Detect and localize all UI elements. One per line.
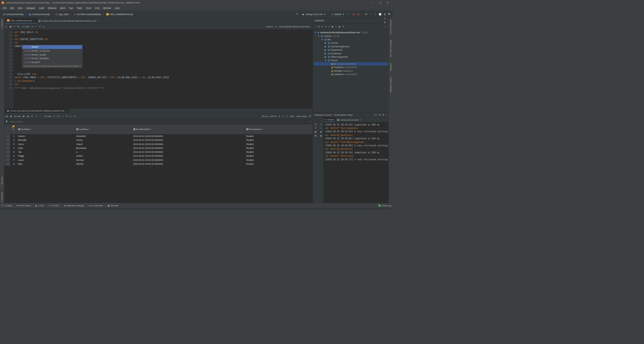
tx-mode-dropdown[interactable]: Tx: Auto — [22, 25, 30, 28]
completion-item[interactable]: CONSTRAINT_NAME — [22, 53, 82, 57]
services-icon[interactable]: ▦ — [315, 131, 317, 133]
console-tab-output[interactable]: ▸ Output — [324, 117, 336, 122]
filter-icon[interactable]: ≋ — [325, 25, 327, 28]
run-config-dropdown[interactable]: ▶ Debug | Any CPU ▾ — [300, 12, 328, 16]
menu-window[interactable]: Window — [101, 6, 113, 10]
status-position[interactable]: 17:6 — [326, 209, 330, 210]
export-format-dropdown[interactable]: Tab-se...d (TSV) — [261, 115, 277, 117]
execute-button[interactable]: ▶ — [6, 25, 7, 28]
debug-button[interactable]: 🐞 — [352, 12, 356, 16]
status-eol[interactable]: CRLF — [333, 209, 338, 210]
breadcrumb[interactable]: ▤ ContosoUniversity〉 ▣ ContosoUniversity… — [1, 12, 134, 16]
status-lock-icon[interactable]: 🔓 — [388, 209, 391, 210]
crumb-level-3[interactable]: runAfterCreateDatabase — [77, 13, 101, 16]
wrench-icon[interactable]: 🔧 — [314, 123, 317, 125]
git-commit-icon[interactable]: ✔ — [373, 12, 377, 16]
menu-edit[interactable]: Edit — [8, 6, 16, 10]
tool-errors[interactable]: Errors In Solution — [389, 19, 392, 35]
search-icon[interactable]: 🔍 — [387, 12, 392, 16]
crumb-level-0[interactable]: ContosoUniversity — [5, 13, 23, 16]
settings-icon[interactable]: 🔧 — [17, 25, 20, 28]
bottom-tab-rest[interactable]: ⇄ REST Client — [17, 204, 31, 207]
commit-icon[interactable]: ✓ — [35, 25, 37, 28]
target-config-dropdown[interactable]: ⎇ Default ▾ — [328, 12, 346, 16]
tool-coverage[interactable]: Unit Tests Coverage — [389, 39, 392, 58]
crumb-level-2[interactable]: App_Data — [58, 13, 68, 16]
cancel-query-icon[interactable]: ■ — [43, 25, 44, 28]
minimize-button[interactable]: ─ — [370, 0, 377, 5]
close-tab-icon[interactable]: × — [97, 19, 98, 22]
menu-file[interactable]: File — [1, 6, 8, 10]
status-encoding[interactable]: UTF-8 — [341, 209, 347, 210]
chevron-down-icon[interactable]: ▾ — [32, 25, 33, 28]
hide-icon[interactable]: ─ — [386, 114, 387, 116]
editor-tab-data[interactable]: ▦ contoso.dbo.person [contoso@rider.data… — [37, 18, 100, 23]
crumb-level-1[interactable]: ContosoUniversity — [32, 13, 50, 16]
ddl-button[interactable]: DDL — [290, 115, 294, 117]
menu-navigate[interactable]: Navigate — [24, 6, 37, 10]
menu-tests[interactable]: Tests — [75, 6, 84, 10]
console-output[interactable]: [2018-10-15 18:53:43] completed in 266 m… — [324, 122, 389, 203]
collapse-icon[interactable]: ≡ — [383, 16, 387, 21]
run-button[interactable]: ↻ — [347, 12, 351, 16]
console-source[interactable]: contoso@rider.datab... — [333, 114, 354, 116]
maximize-button[interactable]: ☐ — [377, 0, 384, 5]
filter-input[interactable]: <Filter criteria> — [10, 121, 308, 123]
data-filter-icon[interactable]: ▼ — [342, 25, 344, 28]
menu-code[interactable]: Code — [37, 6, 46, 10]
new-button[interactable]: ＋ — [314, 25, 316, 28]
editor-tab-sql[interactable]: 0001_InitialSchema.sql × — [5, 18, 37, 23]
database-tree[interactable]: ▼◆ contoso@rider.database.windows.net 1 … — [313, 30, 389, 113]
status-branch[interactable]: ⎇ master — [376, 209, 385, 210]
bottom-tab-todo[interactable]: ≡ 6: TODO — [49, 204, 59, 207]
editor-pane[interactable]: 1314151617181920212223242526272829 SET A… — [4, 30, 313, 109]
menu-refactor[interactable]: Refactor — [46, 6, 58, 10]
compare-icon[interactable]: ⇲ — [73, 115, 75, 117]
chevron-down-icon[interactable]: ▾ — [279, 115, 280, 117]
bottom-tab-run[interactable]: ▶ 4: Run — [35, 204, 44, 207]
menu-tools[interactable]: Tools — [84, 6, 93, 10]
host-dropdown[interactable]: contoso@rider.database.windows... — [279, 25, 311, 28]
first-page-button[interactable]: ⏮ — [6, 115, 8, 117]
menu-build[interactable]: Build — [58, 6, 67, 10]
print-icon[interactable]: 🖶 — [320, 131, 322, 133]
git-update-icon[interactable]: ✓ — [368, 12, 373, 16]
stop-button[interactable]: ■ — [356, 12, 360, 16]
data-tx-dropdown[interactable]: Tx: Auto — [44, 115, 51, 117]
cancel-icon[interactable]: ■ — [70, 115, 71, 117]
session-dropdown[interactable]: contoso — [266, 25, 273, 28]
completion-item[interactable]: CONSTRAINT — [22, 45, 82, 49]
jump-to-console-icon[interactable]: ✎ — [335, 25, 337, 28]
bottom-tab-dbchanges[interactable]: ⇆ Database Changes — [64, 204, 84, 207]
chevron-down-icon[interactable]: ▾ — [53, 115, 55, 117]
add-row-button[interactable]: ＋ — [35, 115, 37, 117]
tool-explorer[interactable]: 1: Explorer — [0, 19, 4, 29]
stop-icon[interactable]: ■ — [328, 25, 330, 28]
chevron-down-icon[interactable]: ▾ — [275, 25, 276, 28]
expand-icon[interactable]: ⊕ — [383, 12, 387, 16]
completion-item[interactable]: CONSTRAINTS — [22, 60, 82, 64]
menu-run[interactable]: Run — [67, 6, 75, 10]
menu-view[interactable]: View — [16, 6, 24, 10]
event-log-button[interactable]: 1 Event Log — [378, 204, 391, 207]
data-grid[interactable]: 🔑 ID ÷▦ FirstName ÷▦ LastName ÷▦ Enrollm… — [4, 124, 313, 203]
expand-icon[interactable]: ⊕ — [379, 114, 381, 116]
crumb-level-4[interactable]: 0001_InitialSchema.sql — [110, 13, 133, 16]
download-icon[interactable]: ⤓ — [320, 127, 322, 129]
sync-button[interactable]: ⟳ — [321, 25, 323, 28]
commit-icon[interactable]: ✓ — [62, 115, 64, 117]
clear-filter-icon[interactable]: ⊘ — [309, 121, 311, 123]
code-body[interactable]: SET ANSI_NULLS ONGOSET QUOTED_IDENTIFIER… — [13, 30, 313, 109]
db-commit-icon[interactable]: DB — [57, 115, 60, 117]
completion-item[interactable]: CONSTRAINT_SCHEMA — [22, 57, 82, 61]
gear-icon[interactable]: ⚙ — [382, 114, 384, 116]
menu-help[interactable]: Help — [113, 6, 121, 10]
reload-button[interactable]: ⟳ — [31, 115, 33, 117]
build-hammer-icon[interactable]: 🔨 — [295, 12, 299, 16]
tool-favorites[interactable]: 2: Favorites — [0, 192, 4, 203]
menu-vcs[interactable]: VCS — [93, 6, 101, 10]
last-page-button[interactable]: ⏭ — [27, 115, 29, 117]
export-icon[interactable]: ⇥ — [320, 123, 322, 125]
view-query-button[interactable]: View Query — [296, 115, 307, 117]
rollback-icon[interactable]: ↶ — [39, 25, 41, 28]
